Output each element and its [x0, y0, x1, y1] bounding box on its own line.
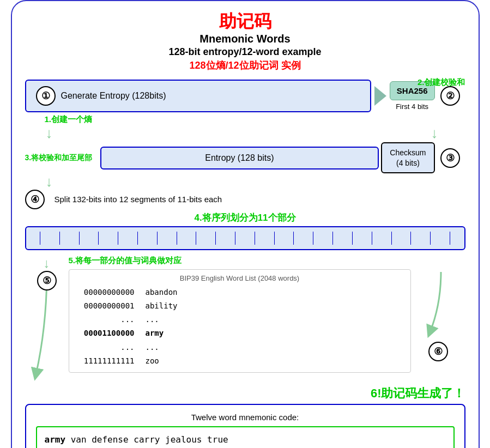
wl-word-1: abandon [146, 286, 178, 299]
circle-1: ① [36, 86, 56, 106]
arrow-connector-1: ↓ ↓ [25, 126, 465, 142]
label-step4-cn: 4.将序列划分为11个部分 [25, 211, 465, 224]
arrow-connector-2: ↓ [25, 174, 465, 190]
step3-checksum-box: Checksum(4 bits) [381, 142, 434, 173]
wl-word-2: ability [146, 299, 178, 313]
mnemonic-label: Twelve word mnemonic code: [36, 413, 455, 422]
circle-6: ⑥ [428, 342, 448, 361]
label-step5-cn: 5.将每一部分的值与词典做对应 [69, 256, 411, 266]
wl-bits-1: 00000000000 [75, 286, 135, 299]
mnemonic-outer-box: Twelve word mnemonic code: army van defe… [25, 404, 465, 448]
mnemonic-rest: van defense carry jealous truegarbage cl… [45, 434, 234, 448]
arrow-right-1 [374, 86, 386, 106]
label-step1: 1.创建一个熵 [45, 114, 465, 125]
wl-bits-6: 11111111111 [75, 354, 135, 368]
mnemonic-inner-box: army van defense carry jealous truegarba… [36, 426, 455, 448]
label-step6-cn: 6!助记码生成了！ [25, 385, 465, 402]
wl-row-2: 00000000001 ability [75, 299, 405, 313]
circle-2: ② [440, 86, 460, 106]
step3-entropy-box: Entropy (128 bits) [100, 147, 379, 169]
wl-row-3: ... ... [75, 313, 405, 326]
step3-row: 3.将校验和加至尾部 Entropy (128 bits) Checksum(4… [25, 142, 465, 173]
wl-bits-5: ... [75, 341, 135, 354]
subtitle-cn: 128位熵/12位助记词 实例 [25, 59, 465, 72]
bits-bar [25, 226, 465, 250]
circle-4: ④ [25, 190, 45, 209]
step1-text: Generate Entropy (128bits) [61, 91, 166, 101]
wl-bits-2: 00000000001 [75, 299, 135, 313]
first4bits-label: First 4 bits [396, 102, 428, 111]
wordlist-title: BIP39 English Word List (2048 words) [75, 274, 405, 282]
curved-arrow-right [419, 272, 463, 337]
step4-row: ④ Split 132-bits into 12 segments of 11-… [25, 190, 465, 209]
circle-5: ⑤ [37, 271, 57, 290]
final-section: 6!助记码生成了！ Twelve word mnemonic code: arm… [25, 385, 465, 448]
circle-3: ③ [440, 148, 460, 168]
wl-word-3: ... [146, 313, 159, 326]
title-cn: 助记码 [25, 11, 465, 32]
wl-row-1: 00000000000 abandon [75, 286, 405, 299]
wl-row-4: 00001100000 army [75, 326, 405, 340]
subtitle-en: 128-bit entropy/12-word example [25, 46, 465, 58]
wl-bits-4: 00001100000 [75, 326, 135, 340]
right-col: ⑥ [416, 256, 465, 361]
step1-2-row: ① Generate Entropy (128bits) SHA256 Firs… [25, 80, 465, 112]
middle-col: 5.将每一部分的值与词典做对应 BIP39 English Word List … [69, 256, 411, 373]
wordlist-table: 00000000000 abandon 00000000001 ability … [75, 286, 405, 368]
wl-row-6: 11111111111 zoo [75, 354, 405, 368]
wl-row-5: ... ... [75, 341, 405, 354]
label-step3: 3.将校验和加至尾部 [25, 153, 93, 163]
step1-box: ① Generate Entropy (128bits) [25, 80, 371, 112]
section-5-6: ↓ ⑤ 5.将每一部分的值与词典做对应 BIP39 English Word L… [25, 256, 465, 380]
label-step2: 2.创建校验和 [418, 77, 465, 88]
left-col: ↓ ⑤ [25, 256, 69, 380]
arrow-down-5: ↓ [44, 256, 50, 271]
wl-word-6: zoo [146, 354, 159, 368]
main-container: 助记码 Mnemonic Words 128-bit entropy/12-wo… [11, 0, 480, 448]
arrow-down-left-2: ↓ [46, 174, 53, 189]
mnemonic-first-word: army [45, 434, 66, 445]
wl-word-4: army [146, 326, 164, 340]
title-en: Mnemonic Words [25, 33, 465, 45]
step4-text: Split 132-bits into 12 segments of 11-bi… [55, 195, 222, 204]
wl-word-5: ... [146, 341, 159, 354]
wl-bits-3: ... [75, 313, 135, 326]
arrow-down-right-1: ↓ [431, 126, 438, 140]
wordlist-container: BIP39 English Word List (2048 words) 000… [69, 269, 411, 373]
arrow-down-left-1: ↓ [46, 126, 53, 140]
